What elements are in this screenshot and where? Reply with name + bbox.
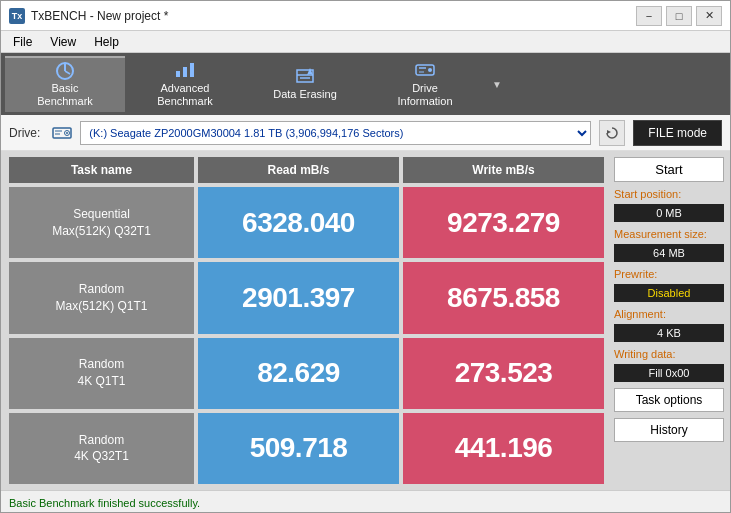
tab-drive-information[interactable]: DriveInformation bbox=[365, 56, 485, 112]
task-name-0: SequentialMax(512K) Q32T1 bbox=[9, 187, 194, 258]
svg-point-8 bbox=[428, 68, 432, 72]
menu-bar: File View Help bbox=[1, 31, 730, 53]
menu-help[interactable]: Help bbox=[86, 33, 127, 51]
toolbar: BasicBenchmark AdvancedBenchmark Data Er… bbox=[1, 53, 730, 115]
benchmark-table: Task name Read mB/s Write mB/s Sequentia… bbox=[1, 151, 610, 490]
read-value-2: 82.629 bbox=[198, 338, 399, 409]
write-value-2: 273.523 bbox=[403, 338, 604, 409]
file-mode-button[interactable]: FILE mode bbox=[633, 120, 722, 146]
table-row: RandomMax(512K) Q1T1 2901.397 8675.858 bbox=[9, 262, 604, 333]
basic-benchmark-icon bbox=[53, 62, 77, 80]
svg-rect-3 bbox=[190, 63, 194, 77]
tab-erasing-label: Data Erasing bbox=[273, 88, 337, 101]
writing-data-value: Fill 0x00 bbox=[614, 364, 724, 382]
read-value-0: 6328.040 bbox=[198, 187, 399, 258]
tab-drive-label: DriveInformation bbox=[397, 82, 452, 108]
start-button[interactable]: Start bbox=[614, 157, 724, 182]
main-content: Task name Read mB/s Write mB/s Sequentia… bbox=[1, 151, 730, 490]
start-position-value: 0 MB bbox=[614, 204, 724, 222]
drive-icon bbox=[52, 125, 72, 141]
close-button[interactable]: ✕ bbox=[696, 6, 722, 26]
svg-rect-2 bbox=[183, 67, 187, 77]
drive-refresh-button[interactable] bbox=[599, 120, 625, 146]
svg-point-13 bbox=[66, 132, 68, 134]
svg-rect-1 bbox=[176, 71, 180, 77]
write-value-1: 8675.858 bbox=[403, 262, 604, 333]
svg-marker-16 bbox=[607, 130, 611, 134]
window-controls: − □ ✕ bbox=[636, 6, 722, 26]
drive-row: Drive: (K:) Seagate ZP2000GM30004 1.81 T… bbox=[1, 115, 730, 151]
menu-view[interactable]: View bbox=[42, 33, 84, 51]
task-options-button[interactable]: Task options bbox=[614, 388, 724, 412]
tab-basic-benchmark[interactable]: BasicBenchmark bbox=[5, 56, 125, 112]
status-bar: Basic Benchmark finished successfully. bbox=[1, 490, 730, 513]
table-row: Random4K Q1T1 82.629 273.523 bbox=[9, 338, 604, 409]
title-bar: Tx TxBENCH - New project * − □ ✕ bbox=[1, 1, 730, 31]
drive-select[interactable]: (K:) Seagate ZP2000GM30004 1.81 TB (3,90… bbox=[80, 121, 591, 145]
header-read: Read mB/s bbox=[198, 157, 399, 183]
title-bar-left: Tx TxBENCH - New project * bbox=[9, 8, 168, 24]
writing-data-label: Writing data: bbox=[614, 348, 724, 360]
measurement-size-value: 64 MB bbox=[614, 244, 724, 262]
menu-file[interactable]: File bbox=[5, 33, 40, 51]
drive-information-icon bbox=[413, 60, 437, 80]
start-position-label: Start position: bbox=[614, 188, 724, 200]
data-erasing-icon bbox=[293, 66, 317, 86]
advanced-benchmark-icon bbox=[173, 60, 197, 80]
header-write: Write mB/s bbox=[403, 157, 604, 183]
table-row: SequentialMax(512K) Q32T1 6328.040 9273.… bbox=[9, 187, 604, 258]
measurement-size-label: Measurement size: bbox=[614, 228, 724, 240]
prewrite-value: Disabled bbox=[614, 284, 724, 302]
app-icon: Tx bbox=[9, 8, 25, 24]
tab-data-erasing[interactable]: Data Erasing bbox=[245, 56, 365, 112]
prewrite-label: Prewrite: bbox=[614, 268, 724, 280]
write-value-0: 9273.279 bbox=[403, 187, 604, 258]
tab-basic-label: BasicBenchmark bbox=[37, 82, 93, 108]
alignment-value: 4 KB bbox=[614, 324, 724, 342]
tab-advanced-label: AdvancedBenchmark bbox=[157, 82, 213, 108]
task-name-1: RandomMax(512K) Q1T1 bbox=[9, 262, 194, 333]
task-name-2: Random4K Q1T1 bbox=[9, 338, 194, 409]
right-panel: Start Start position: 0 MB Measurement s… bbox=[610, 151, 730, 490]
alignment-label: Alignment: bbox=[614, 308, 724, 320]
history-button[interactable]: History bbox=[614, 418, 724, 442]
minimize-button[interactable]: − bbox=[636, 6, 662, 26]
read-value-1: 2901.397 bbox=[198, 262, 399, 333]
svg-rect-11 bbox=[53, 128, 71, 138]
window-title: TxBENCH - New project * bbox=[31, 9, 168, 23]
tab-advanced-benchmark[interactable]: AdvancedBenchmark bbox=[125, 56, 245, 112]
table-row: Random4K Q32T1 509.718 441.196 bbox=[9, 413, 604, 484]
status-message: Basic Benchmark finished successfully. bbox=[9, 497, 200, 509]
task-name-3: Random4K Q32T1 bbox=[9, 413, 194, 484]
toolbar-overflow-arrow[interactable]: ▼ bbox=[487, 69, 507, 99]
write-value-3: 441.196 bbox=[403, 413, 604, 484]
header-task-name: Task name bbox=[9, 157, 194, 183]
read-value-3: 509.718 bbox=[198, 413, 399, 484]
maximize-button[interactable]: □ bbox=[666, 6, 692, 26]
drive-label: Drive: bbox=[9, 126, 40, 140]
table-header: Task name Read mB/s Write mB/s bbox=[9, 157, 604, 183]
